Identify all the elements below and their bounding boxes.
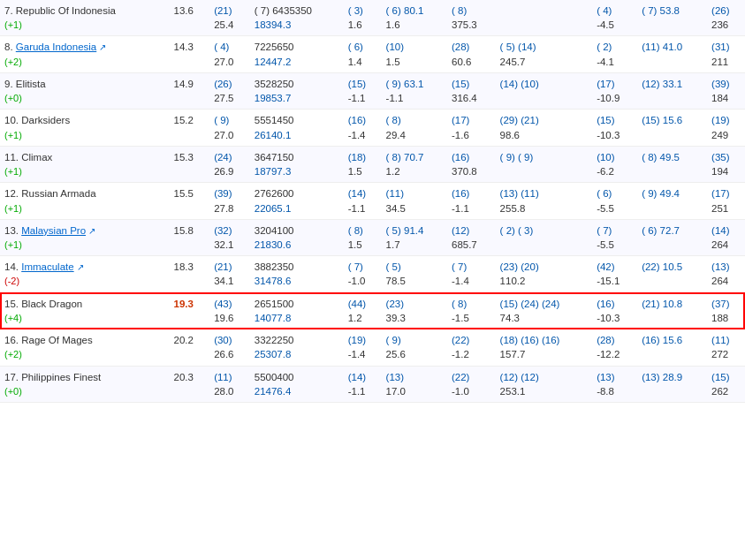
col6-cell: (28)60.6 — [447, 36, 496, 72]
col5-cell: ( 5)78.5 — [382, 256, 447, 292]
col5b-cell: ( 2) ( 3) — [496, 219, 593, 255]
col4-cell-score: -1.4 — [348, 349, 366, 359]
col6-cell-score: 375.3 — [452, 19, 477, 30]
col3-cell-score: 26.9 — [214, 166, 233, 177]
points-cell: 555145026140.1 — [250, 110, 344, 146]
col9-cell-rank: (13) — [711, 261, 729, 272]
col6-cell-score: 685.7 — [452, 239, 477, 250]
col3-cell: ( 9)27.0 — [209, 110, 250, 146]
col9-cell-rank: (11) — [711, 335, 729, 345]
col3-cell: (43)19.6 — [209, 292, 250, 329]
rating-cell: 15.3 — [170, 146, 210, 182]
col5-val: ( 6) 80.1 — [386, 5, 424, 16]
col5b-val: ( 9) ( 9) — [500, 152, 534, 163]
col5-val: ( 9) — [386, 335, 401, 345]
col5-sub: 1.2 — [386, 166, 400, 177]
points-cell: 320410021830.6 — [250, 219, 344, 255]
col3-cell-rank: (43) — [214, 299, 232, 309]
col4-cell-rank: ( 3) — [348, 5, 363, 16]
col5-sub: 1.5 — [386, 57, 400, 67]
rating-cell: 20.2 — [170, 329, 210, 366]
col3-cell-rank: ( 4) — [214, 42, 229, 52]
col3-cell: (11)28.0 — [209, 366, 250, 402]
col3-cell: (21)34.1 — [209, 256, 250, 292]
col7-cell: ( 7)-5.5 — [592, 219, 637, 255]
col8-val: ( 8) 49.5 — [642, 152, 680, 163]
rank-change: (+0) — [4, 386, 22, 397]
col6-cell-rank: ( 8) — [452, 5, 467, 16]
col3-cell: (24)26.9 — [209, 146, 250, 182]
col6-cell: ( 7)-1.4 — [447, 256, 496, 292]
col5-val: ( 8) 70.7 — [386, 152, 424, 163]
team-name[interactable]: Garuda Indonesia — [16, 42, 96, 52]
col6-cell-rank: (16) — [452, 152, 469, 163]
table-row: 12. Russian Armada(+1)15.5(39)27.8276260… — [0, 183, 745, 219]
col8-cell: (16) 15.6 — [637, 329, 707, 366]
col9-cell-score: 272 — [711, 349, 728, 359]
col4-cell-score: 1.5 — [348, 166, 362, 177]
rank-change: (+2) — [4, 349, 22, 359]
col9-cell-score: 236 — [711, 19, 728, 30]
col6-cell-rank: (28) — [452, 42, 469, 52]
col6-cell-score: -1.0 — [452, 386, 469, 397]
team-name[interactable]: Immaculate — [21, 261, 73, 272]
rating-value: 19.3 — [174, 299, 194, 309]
rank-change: (+4) — [4, 313, 22, 323]
col5-cell: ( 6) 80.11.6 — [382, 0, 447, 36]
col9-cell: (14)264 — [707, 219, 745, 255]
col4-cell-score: -1.1 — [348, 203, 366, 214]
team-cell: 9. Elitista(+0) — [0, 72, 170, 109]
col9-cell-score: 251 — [711, 203, 728, 214]
col8-val: (22) 10.5 — [642, 261, 682, 272]
col5-val: (23) — [386, 299, 404, 309]
points-cell: 550040021476.4 — [250, 366, 344, 402]
col6-cell-rank: (12) — [452, 225, 469, 236]
col5-sub: 78.5 — [386, 276, 406, 286]
col6-cell-score: 60.6 — [452, 57, 471, 67]
col8-val: ( 9) 49.4 — [642, 188, 680, 199]
col3-cell-rank: ( 9) — [214, 115, 229, 125]
col6-cell: ( 8)-1.5 — [447, 292, 496, 329]
col7-cell-rank: (16) — [597, 299, 614, 309]
col5-sub: 25.6 — [386, 349, 406, 359]
points-cell: 265150014077.8 — [250, 292, 344, 329]
rankings-table: 7. Republic Of Indonesia(+1)13.6(21)25.4… — [0, 0, 745, 403]
team-name[interactable]: Malaysian Pro — [21, 225, 86, 236]
col4-cell-rank: ( 7) — [348, 261, 363, 272]
col4-cell: (16)-1.4 — [344, 110, 382, 146]
col3-cell: (32)32.1 — [209, 219, 250, 255]
col3-cell-rank: (11) — [214, 372, 232, 382]
table-row: 7. Republic Of Indonesia(+1)13.6(21)25.4… — [0, 0, 745, 36]
col3-cell-rank: (39) — [214, 188, 232, 199]
col9-cell-score: 262 — [711, 386, 728, 397]
col5-sub: 29.4 — [386, 130, 406, 140]
points-value: 7225650 — [255, 42, 294, 52]
team-cell: 15. Black Dragon(+4) — [0, 292, 170, 329]
points-value: 3322250 — [255, 335, 294, 345]
col6-cell-score: -1.4 — [452, 276, 469, 286]
col6-cell: (22)-1.0 — [447, 366, 496, 402]
col8-cell: (11) 41.0 — [637, 36, 707, 72]
col4-cell-rank: (14) — [348, 372, 366, 382]
team-cell: 16. Rage Of Mages(+2) — [0, 329, 170, 366]
rating-cell: 15.5 — [170, 183, 210, 219]
col7-cell-score: -5.5 — [597, 203, 614, 214]
rank-change: (+1) — [4, 130, 22, 140]
col5b-val: (15) (24) (24) — [500, 299, 560, 309]
col3-cell-rank: (32) — [214, 225, 232, 236]
col7-cell-score: -10.3 — [597, 130, 620, 140]
col5b-val: ( 2) ( 3) — [500, 225, 534, 236]
external-link-icon: ↗ — [77, 262, 84, 272]
col3-cell: (26)27.5 — [209, 72, 250, 109]
col5b-cell: (14) (10) — [496, 72, 593, 109]
col5-sub: 34.5 — [386, 203, 406, 214]
rating-cell: 19.3 — [170, 292, 210, 329]
col4-cell: (18)1.5 — [344, 146, 382, 182]
col6-cell-rank: ( 8) — [452, 299, 467, 309]
col9-cell: (13)264 — [707, 256, 745, 292]
col4-cell-score: 1.2 — [348, 313, 362, 323]
col5-sub: 1.7 — [386, 239, 400, 250]
col8-cell: (13) 28.9 — [637, 366, 707, 402]
col4-cell: (14)-1.1 — [344, 366, 382, 402]
col7-cell: (13)-8.8 — [592, 366, 637, 402]
